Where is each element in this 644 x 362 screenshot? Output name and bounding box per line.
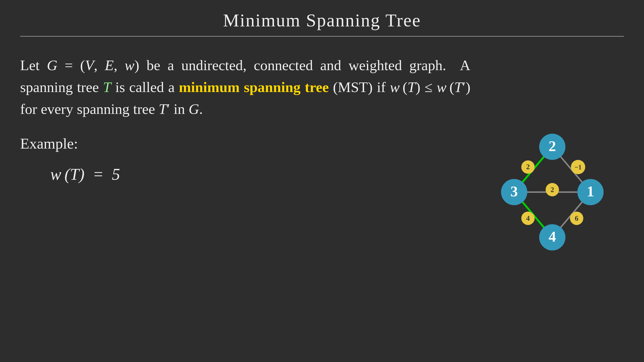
example-label: Example: (20, 135, 470, 152)
math-T-prime: T (159, 101, 167, 117)
text-content: Let G = (V, E, w) be a undirected, conne… (20, 54, 486, 347)
slide-title: Minimum Spanning Tree (20, 10, 624, 31)
svg-text:−1: −1 (575, 163, 582, 171)
svg-text:6: 6 (575, 214, 578, 222)
svg-text:3: 3 (510, 183, 518, 200)
mst-term: minimum spanning tree (179, 79, 329, 95)
math-T-green: T (103, 79, 111, 95)
weight-formula: w (T) = 5 (20, 165, 470, 184)
math-w-formula: w (50, 165, 61, 183)
title-section: Minimum Spanning Tree (20, 10, 624, 37)
title-underline (20, 36, 624, 37)
math-E: E (105, 57, 114, 73)
svg-text:2: 2 (526, 163, 530, 171)
math-wTprime: w (437, 79, 447, 95)
definition-text: Let G = (V, E, w) be a undirected, conne… (20, 54, 470, 120)
math-T-formula: T (70, 165, 79, 183)
math-G-final: G (189, 101, 199, 117)
graph-container: 2 −1 2 4 6 2 3 (486, 47, 624, 347)
svg-text:4: 4 (526, 214, 530, 222)
svg-text:4: 4 (549, 229, 556, 245)
math-T1: T (408, 79, 416, 95)
math-wT: w (390, 79, 400, 95)
content-section: Let G = (V, E, w) be a undirected, conne… (20, 54, 624, 347)
math-V: V (85, 57, 94, 73)
svg-text:2: 2 (550, 186, 554, 194)
svg-text:1: 1 (587, 183, 594, 200)
math-w: w (125, 57, 135, 73)
svg-text:2: 2 (549, 138, 556, 154)
graph-svg: 2 −1 2 4 6 2 3 (486, 111, 624, 282)
math-Tprime: T (454, 79, 462, 95)
math-G: G (47, 57, 57, 73)
